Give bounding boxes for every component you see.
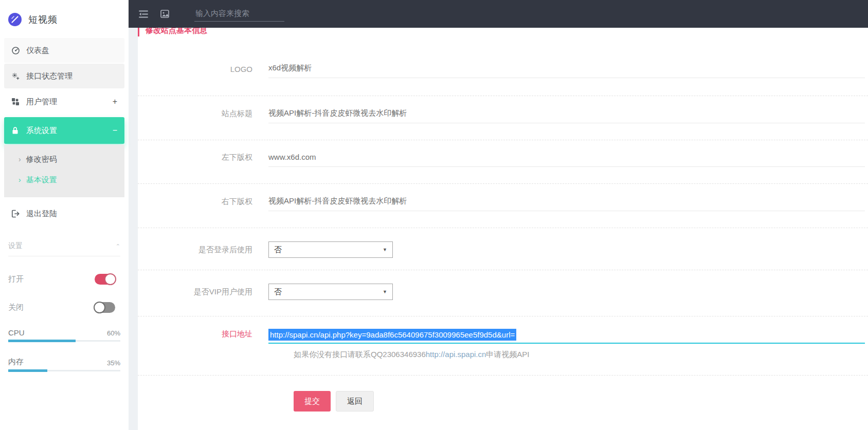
field-label: LOGO [138, 65, 268, 78]
sidebar-item-label: 系统设置 [26, 126, 57, 136]
settings-submenu: › 修改密码 › 基本设置 [4, 145, 124, 197]
login-required-select[interactable]: 否 ▼ [268, 241, 393, 258]
toggle-close[interactable] [95, 302, 115, 313]
sidebar-item-logout[interactable]: 退出登陆 [4, 201, 124, 226]
form-row-left-copyright: 左下版权 www.x6d.com [138, 153, 868, 167]
toggle-label: 打开 [8, 274, 24, 284]
progress-bar [8, 370, 120, 371]
selected-url-text: http://spapi.cn/api.php?key=9ada8f6c5640… [268, 329, 516, 341]
form-row-right-copyright: 右下版权 视频API解析-抖音皮皮虾微视去水印解析 [138, 196, 868, 211]
form-row-site-title: 站点标题 视频API解析-抖音皮皮虾微视去水印解析 [138, 108, 868, 123]
grid-icon [11, 98, 20, 106]
logo-input[interactable]: x6d视频解析 [268, 63, 865, 78]
search-input[interactable] [194, 7, 284, 22]
chevron-right-icon: › [19, 155, 21, 163]
field-value: 视频API解析-抖音皮皮虾微视去水印解析 [268, 108, 407, 117]
cpu-meter: CPU 60% [0, 328, 129, 342]
meter-value: 35% [107, 359, 120, 367]
progress-fill [8, 340, 76, 342]
main-content: 修改站点基本信息 LOGO x6d视频解析 站点标题 视频API解析-抖音皮皮虾… [129, 28, 868, 430]
chevron-down-icon: ▼ [383, 289, 387, 294]
field-label: 站点标题 [138, 109, 268, 123]
sidebar-item-label: 仪表盘 [26, 46, 49, 55]
sidebar-item-label: 接口状态管理 [26, 71, 73, 81]
field-label: 左下版权 [138, 153, 268, 167]
sign-out-icon [11, 210, 20, 218]
form-row-vip-required: 是否VIP用户使用 否 ▼ [138, 284, 868, 300]
select-value: 否 [274, 287, 383, 297]
field-label: 右下版权 [138, 197, 268, 211]
help-text: 申请视频API [486, 350, 529, 359]
sidebar-item-label: 退出登陆 [26, 209, 57, 219]
meter-label: 内存 [8, 357, 24, 367]
left-copyright-input[interactable]: www.x6d.com [268, 153, 865, 167]
field-label: 是否登录后使用 [138, 245, 268, 255]
form-row-login-required: 是否登录后使用 否 ▼ [138, 241, 868, 258]
submenu-item-label: 修改密码 [26, 155, 57, 164]
divider [138, 96, 868, 96]
field-label: 接口地址 [138, 329, 268, 344]
toggle-row-open: 打开 [0, 274, 129, 285]
divider [138, 375, 868, 376]
sidebar-item-settings[interactable]: 系统设置 − [4, 117, 124, 144]
field-value: x6d视频解析 [268, 63, 312, 72]
chevron-down-icon: ▼ [383, 247, 387, 252]
settings-section-label: 设置 [8, 241, 23, 251]
submenu-item-basic-settings[interactable]: › 基本设置 [4, 170, 124, 190]
sidebar-item-users[interactable]: 用户管理 + [4, 89, 124, 114]
form-actions: 提交 返回 [294, 391, 868, 412]
sidebar-collapse-icon[interactable] [139, 10, 148, 18]
divider [8, 256, 120, 256]
divider [138, 228, 868, 228]
right-copyright-input[interactable]: 视频API解析-抖音皮皮虾微视去水印解析 [268, 196, 865, 211]
site-settings-form: 修改站点基本信息 LOGO x6d视频解析 站点标题 视频API解析-抖音皮皮虾… [138, 28, 868, 412]
brand-logo-icon [8, 12, 22, 27]
progress-fill [8, 369, 47, 372]
sidebar-item-dashboard[interactable]: 仪表盘 [4, 38, 124, 63]
form-row-logo: LOGO x6d视频解析 [138, 63, 868, 78]
lock-icon [11, 126, 20, 135]
form-row-api-url: 接口地址 http://spapi.cn/api.php?key=9ada8f6… [138, 329, 868, 344]
gauge-icon [11, 46, 20, 55]
sidebar-item-label: 用户管理 [26, 97, 57, 107]
submenu-item-label: 基本设置 [26, 175, 57, 185]
plus-icon[interactable]: + [113, 97, 117, 106]
api-url-help: 如果你没有接口请联系QQ2306346936http://api.spapi.c… [294, 350, 868, 360]
api-url-input[interactable]: http://spapi.cn/api.php?key=9ada8f6c5640… [268, 329, 865, 344]
brand: 短视频 [0, 0, 129, 31]
chevron-right-icon: › [19, 176, 21, 184]
divider [138, 140, 868, 140]
toggle-open[interactable] [95, 274, 115, 285]
toggle-row-close: 关闭 [0, 302, 129, 313]
meter-label: CPU [8, 328, 25, 337]
divider [138, 183, 868, 184]
submit-button[interactable]: 提交 [294, 391, 331, 412]
toggle-knob [94, 302, 105, 313]
chevron-up-icon[interactable]: ⌃ [116, 243, 120, 250]
memory-meter: 内存 35% [0, 357, 129, 371]
settings-section: 设置 ⌃ [0, 239, 129, 253]
toggle-knob [104, 273, 116, 285]
minus-icon[interactable]: − [113, 126, 117, 135]
meter-value: 60% [107, 329, 120, 337]
image-icon[interactable] [160, 10, 170, 18]
progress-bar [8, 340, 120, 342]
api-link[interactable]: http://api.spapi.cn [426, 350, 486, 359]
select-value: 否 [274, 245, 383, 255]
submenu-item-change-password[interactable]: › 修改密码 [4, 149, 124, 170]
back-button[interactable]: 返回 [336, 391, 374, 412]
content-left-strip [129, 28, 138, 430]
gears-icon [11, 72, 20, 81]
vip-required-select[interactable]: 否 ▼ [268, 284, 393, 300]
field-value: www.x6d.com [268, 153, 316, 161]
site-title-input[interactable]: 视频API解析-抖音皮皮虾微视去水印解析 [268, 108, 865, 123]
sidebar-item-api-status[interactable]: 接口状态管理 [4, 64, 124, 88]
divider [138, 316, 868, 316]
field-value: 视频API解析-抖音皮皮虾微视去水印解析 [268, 196, 407, 205]
divider [138, 270, 868, 270]
sidebar: 短视频 仪表盘 [0, 0, 129, 430]
toggle-label: 关闭 [8, 303, 24, 312]
sidebar-menu: 仪表盘 接口状态管理 [0, 38, 129, 226]
brand-title: 短视频 [28, 13, 58, 26]
topbar [129, 0, 868, 28]
